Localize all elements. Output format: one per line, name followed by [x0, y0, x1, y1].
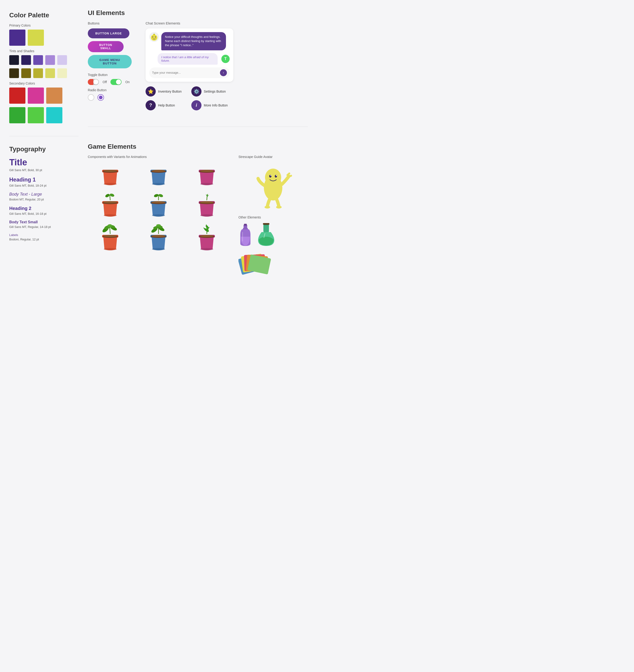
- type-body-large-meta: Bodoni MT, Regular, 20 pt: [9, 198, 78, 201]
- sec-orange: [46, 88, 62, 104]
- svg-point-45: [104, 248, 117, 250]
- ui-elements-section: UI Elements Buttons BUTTON LARGE BUTTON …: [88, 9, 308, 111]
- help-button-item: ? Help Button: [145, 100, 188, 111]
- button-game[interactable]: GAME MENU BUTTON: [88, 55, 132, 68]
- toggle-section: Toggle Button Off On: [88, 73, 139, 85]
- type-labels-display: Labels: [9, 233, 78, 237]
- svg-point-60: [200, 248, 213, 250]
- toggle-knob-off: [93, 79, 98, 85]
- strescape-title: Strescape Guide Avatar: [238, 155, 308, 159]
- type-heading1-meta: Gill Sans MT, Bold, 18-24 pt: [9, 184, 78, 187]
- divider-1: [9, 136, 78, 136]
- radio-label: Radio Button: [88, 88, 139, 92]
- game-subtitle: Components with Variants for Animations: [88, 155, 229, 159]
- primary-colors-label: Primary Colors: [9, 24, 78, 27]
- inventory-button-item: ⭐ Inventory Button: [145, 87, 188, 97]
- plant-red-full: [88, 224, 133, 254]
- help-button-label: Help Button: [158, 103, 175, 107]
- svg-line-67: [287, 173, 289, 175]
- help-icon-circle[interactable]: ?: [145, 100, 156, 111]
- type-labels-item: Labels Bodoni, Regular, 12 pt: [9, 233, 78, 241]
- color-palette-section: Color Palette Primary Colors Tints and S…: [9, 9, 78, 129]
- inventory-icon-circle[interactable]: ⭐: [145, 87, 156, 97]
- shade-4: [45, 68, 55, 78]
- settings-icon-circle[interactable]: ⚙️: [191, 87, 202, 97]
- svg-point-15: [200, 170, 214, 172]
- toggle-row: Off On: [88, 79, 139, 85]
- toggle-on-text: On: [125, 80, 130, 84]
- svg-point-16: [200, 183, 213, 185]
- svg-point-44: [103, 235, 117, 237]
- svg-point-8: [104, 183, 117, 185]
- svg-rect-77: [263, 223, 269, 225]
- type-heading1-item: Heading 1 Gill Sans MT, Bold, 18-24 pt: [9, 176, 78, 187]
- buttons-label: Buttons: [88, 21, 139, 25]
- radio-row: [88, 94, 139, 101]
- more-info-icon-circle[interactable]: i: [191, 100, 202, 111]
- shade-3: [33, 68, 43, 78]
- chat-send-button[interactable]: ↑: [220, 69, 227, 76]
- chat-col: Chat Screen Elements: [145, 21, 308, 111]
- strescape-col: Strescape Guide Avatar: [238, 155, 308, 276]
- svg-point-23: [104, 214, 117, 217]
- svg-point-26: [158, 193, 164, 198]
- primary-color-yellow: [28, 29, 44, 46]
- svg-point-4: [154, 34, 155, 35]
- sec-pink: [28, 88, 44, 104]
- more-info-button-label: More Info Button: [204, 103, 228, 107]
- type-title-display: Title: [9, 158, 78, 167]
- radio-unselected[interactable]: [88, 94, 94, 101]
- plant-pink-empty: [185, 163, 229, 189]
- type-body-small-display: Body Text Small: [9, 220, 78, 224]
- radio-selected[interactable]: [97, 94, 104, 101]
- toggle-off-text: Off: [102, 80, 107, 84]
- primary-color-purple: [9, 29, 25, 46]
- svg-point-25: [154, 193, 159, 198]
- svg-point-62: [265, 169, 281, 186]
- sec-green: [28, 107, 44, 123]
- type-labels-meta: Bodoni, Regular, 12 pt: [9, 238, 78, 241]
- sec-red: [9, 88, 25, 104]
- radio-inner-dot: [99, 96, 102, 99]
- svg-point-65: [270, 175, 271, 176]
- type-heading2-item: Heading 2 Gill Sans MT, Bold, 16-18 pt: [9, 206, 78, 215]
- svg-point-69: [264, 206, 270, 209]
- svg-point-34: [200, 201, 214, 203]
- purple-bottle: [238, 223, 252, 248]
- bot-message-row: Notice your difficult thoughts and feeli…: [149, 32, 230, 50]
- toggle-label: Toggle Button: [88, 73, 139, 77]
- tint-2: [21, 55, 31, 65]
- type-body-small-item: Body Text Small Gill Sans MT, Regular, 1…: [9, 220, 78, 229]
- game-elements-grid: Components with Variants for Animations: [88, 155, 308, 276]
- svg-point-35: [200, 214, 213, 217]
- typography-title: Typography: [9, 145, 78, 153]
- type-body-large-item: Body Text - Large Bodoni MT, Regular, 20…: [9, 192, 78, 201]
- radio-section: Radio Button: [88, 88, 139, 101]
- toggle-on-switch[interactable]: [111, 79, 121, 85]
- tint-4: [45, 55, 55, 65]
- chat-input-row: ↑: [149, 67, 230, 78]
- shade-5: [57, 68, 67, 78]
- settings-button-label: Settings Button: [204, 90, 226, 93]
- plant-red-sprout: [88, 192, 133, 220]
- toggle-knob-on: [116, 79, 121, 85]
- type-heading2-display: Heading 2: [9, 206, 78, 211]
- svg-line-68: [289, 176, 291, 177]
- type-heading1-display: Heading 1: [9, 176, 78, 183]
- svg-rect-74: [263, 224, 269, 232]
- primary-colors-row: [9, 29, 78, 46]
- tint-1: [9, 55, 19, 65]
- toggle-off-switch[interactable]: [88, 79, 99, 85]
- button-large[interactable]: BUTTON LARGE: [88, 28, 130, 38]
- chat-input[interactable]: [152, 71, 218, 74]
- plants-grid: [88, 163, 229, 254]
- svg-line-17: [110, 195, 110, 200]
- chat-screen-label: Chat Screen Elements: [145, 21, 308, 25]
- type-title-item: Title Gill Sans MT, Bold, 30 pt: [9, 158, 78, 172]
- cards-svg: [238, 253, 276, 276]
- game-elements-title: Game Elements: [88, 143, 308, 150]
- ui-elements-grid: Buttons BUTTON LARGE BUTTON SMALL GAME M…: [88, 21, 308, 111]
- tints-shades-label: Tints and Shades: [9, 49, 78, 53]
- button-small[interactable]: BUTTON SMALL: [88, 41, 124, 52]
- plant-blue-sprout: [136, 192, 181, 220]
